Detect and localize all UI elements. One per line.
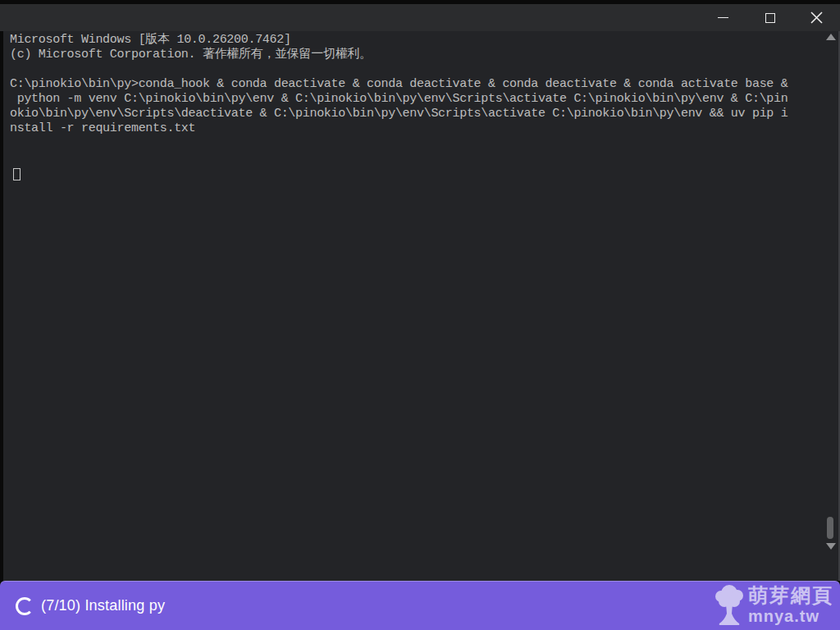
minimize-icon (718, 17, 728, 18)
status-label: (7/10) Installing py (41, 597, 165, 614)
watermark-site-url: mnya.tw (748, 608, 833, 624)
maximize-button[interactable] (746, 4, 793, 31)
spinner-icon (16, 597, 34, 615)
terminal-cursor (13, 168, 21, 180)
watermark-site-name: 萌芽網頁 (748, 586, 833, 605)
scrollbar[interactable] (824, 31, 837, 556)
terminal-line: nstall -r requirements.txt (10, 121, 788, 136)
watermark-text: 萌芽網頁 mnya.tw (748, 586, 833, 624)
terminal-output[interactable]: Microsoft Windows [版本 10.0.26200.7462](c… (3, 31, 840, 581)
maximize-icon (765, 13, 775, 23)
terminal-line: okio\bin\py\env\Scripts\deactivate & C:\… (10, 107, 788, 121)
terminal-window: Microsoft Windows [版本 10.0.26200.7462](c… (0, 0, 840, 630)
watermark: 萌芽網頁 mnya.tw (712, 581, 833, 628)
close-icon (810, 11, 823, 24)
terminal-line: python -m venv C:\pinokio\bin\py\env & C… (10, 92, 788, 107)
minimize-button[interactable] (700, 4, 746, 31)
terminal-line: C:\pinokio\bin\py>conda_hook & conda dea… (10, 77, 788, 92)
terminal-line: (c) Microsoft Corporation. 著作權所有，並保留一切權利… (10, 48, 788, 62)
window-controls (700, 4, 840, 31)
titlebar[interactable] (0, 4, 840, 31)
status-bar: (7/10) Installing py 萌芽網頁 mnya.tw (0, 581, 840, 630)
tree-icon (712, 582, 746, 627)
terminal-text: Microsoft Windows [版本 10.0.26200.7462](c… (10, 33, 788, 136)
scroll-down-arrow-icon[interactable] (826, 543, 836, 550)
terminal-line: Microsoft Windows [版本 10.0.26200.7462] (10, 33, 788, 48)
terminal-line (10, 62, 788, 77)
scrollbar-thumb[interactable] (827, 517, 833, 539)
scroll-up-arrow-icon[interactable] (826, 34, 836, 40)
close-button[interactable] (793, 4, 840, 31)
